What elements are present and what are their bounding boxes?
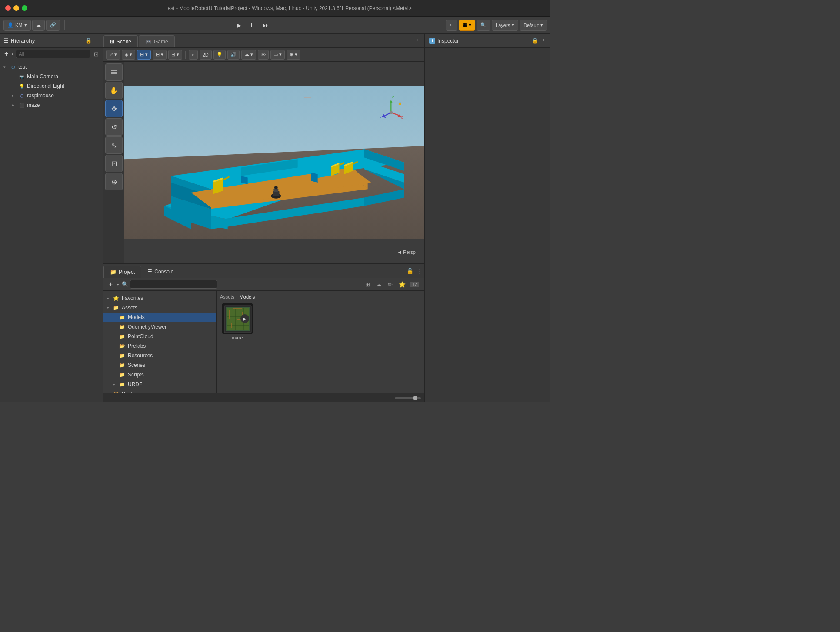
hierarchy-item-raspimouse[interactable]: ▸ ⬡ raspimouse	[0, 91, 103, 100]
account-button[interactable]: 👤 KM ▾	[3, 20, 31, 31]
scene-icon: ⬡	[10, 63, 17, 70]
asset-area: Assets › Models	[217, 291, 424, 393]
svg-point-41	[390, 111, 393, 114]
layout-icon: ▦	[463, 22, 467, 28]
hierarchy-filter-button[interactable]: ⊡	[92, 50, 100, 58]
hierarchy-item-directional-light[interactable]: 💡 Directional Light	[0, 81, 103, 91]
tree-item-resources[interactable]: 📁 Resources	[103, 351, 216, 360]
search-button[interactable]: 🔍	[477, 20, 490, 31]
tree-item-assets[interactable]: ▾ 📁 Assets	[103, 303, 216, 313]
step-button[interactable]: ⏭	[260, 20, 273, 30]
game-tab-label: Game	[154, 39, 168, 45]
rotate-icon: ↺	[111, 123, 117, 131]
inspector-more-icon[interactable]: ⋮	[541, 38, 546, 44]
scene-tool-snap[interactable]: ⊟ ▾	[153, 50, 167, 60]
cloud-icon: ☁	[36, 22, 41, 28]
project-icon-4[interactable]: ⭐	[397, 280, 407, 289]
svg-text:🔒: 🔒	[398, 101, 402, 105]
breadcrumb-root[interactable]: Assets	[220, 294, 234, 299]
scene-tool-hidden[interactable]: 👁	[258, 50, 269, 60]
tool-rotate[interactable]: ↺	[105, 118, 123, 136]
scene-tool-render[interactable]: ▭ ▾	[270, 50, 285, 60]
close-button[interactable]	[5, 5, 11, 11]
lock-icon[interactable]: 🔓	[85, 38, 92, 44]
scene-tool-2d[interactable]: 2D	[200, 50, 212, 60]
scene-tool-light[interactable]: 💡	[213, 50, 226, 60]
scene-tool-fx[interactable]: ☁ ▾	[241, 50, 256, 60]
expand-arrow-assets: ▾	[107, 306, 113, 310]
tool-move[interactable]: ✥	[105, 100, 123, 117]
tool-scale[interactable]: ⤡	[105, 136, 123, 154]
project-add-button[interactable]: +	[107, 280, 114, 288]
zoom-slider-track[interactable]	[395, 397, 421, 399]
tree-item-models[interactable]: 📁 Models	[103, 313, 216, 322]
scene-tool-move[interactable]: ⤢ ▾	[106, 50, 120, 60]
tool-rect[interactable]: ⊡	[105, 155, 123, 172]
undo-history-button[interactable]: ↩	[446, 20, 457, 31]
scene-tool-grid[interactable]: ⊞ ▾	[137, 50, 151, 60]
inspector-lock-icon[interactable]: 🔓	[532, 38, 538, 44]
tab-scene[interactable]: ⊞ Scene	[103, 35, 138, 47]
project-icon-3[interactable]: ✏	[386, 280, 394, 289]
cloud-button[interactable]: ☁	[32, 20, 45, 31]
layers-dropdown[interactable]: Layers ▾	[492, 20, 518, 31]
asset-item-maze[interactable]: ▶ maze	[220, 303, 255, 340]
tool-hamburger[interactable]	[105, 63, 123, 81]
scene-tool-3d[interactable]: ○	[189, 50, 198, 60]
hierarchy-add-button[interactable]: +	[3, 50, 10, 58]
tree-item-scenes[interactable]: 📁 Scenes	[103, 360, 216, 370]
tab-console[interactable]: ☰ Console	[141, 266, 180, 278]
tool-hand[interactable]: ✋	[105, 82, 123, 99]
scene-viewport[interactable]: x Y z 🔒 ◄ Persp	[124, 62, 424, 263]
object-icon: ⬡	[18, 92, 25, 99]
project-icon-2[interactable]: ☁	[374, 280, 383, 289]
default-dropdown[interactable]: Default ▾	[520, 20, 547, 31]
scene-tool-pivot[interactable]: ◈ ▾	[122, 50, 135, 60]
play-button[interactable]: ▶	[233, 20, 245, 30]
tree-item-urdf[interactable]: ▸ 📁 URDF	[103, 379, 216, 389]
collab-icon: 🔗	[50, 22, 56, 28]
zoom-slider-thumb[interactable]	[413, 396, 417, 400]
hierarchy-item-maze[interactable]: ▸ ⬛ maze	[0, 100, 103, 110]
layers-chevron-icon: ▾	[512, 22, 514, 28]
bottom-lock-button[interactable]: 🔓	[405, 267, 415, 275]
expand-arrow-maze: ▸	[12, 103, 18, 107]
console-tab-icon: ☰	[147, 269, 152, 275]
chevron-down-icon: ▾	[469, 22, 471, 28]
scene-tool-audio[interactable]: 🔊	[227, 50, 240, 60]
svg-text:z: z	[380, 116, 381, 120]
tree-item-packages[interactable]: ▸ 📁 Packages	[103, 389, 216, 393]
tree-item-odometry[interactable]: 📁 OdometryViewer	[103, 322, 216, 332]
bottom-more-button[interactable]: ⋮	[415, 267, 424, 275]
minimize-button[interactable]	[13, 5, 19, 11]
pause-button[interactable]: ⏸	[246, 20, 259, 30]
tool-transform[interactable]: ⊕	[105, 173, 123, 190]
window-controls[interactable]	[5, 5, 27, 11]
tab-game[interactable]: 🎮 Game	[139, 35, 175, 47]
hierarchy-item-main-camera[interactable]: 📷 Main Camera	[0, 72, 103, 81]
project-icon-1[interactable]: ⊞	[363, 280, 372, 289]
tree-item-pointcloud[interactable]: 📁 PointCloud	[103, 332, 216, 341]
pivot-icon: ◈	[125, 52, 128, 57]
default-label: Default	[523, 23, 539, 28]
project-search-input[interactable]	[130, 280, 217, 289]
more-icon[interactable]: ⋮	[94, 38, 100, 44]
tree-item-prefabs[interactable]: 📂 Prefabs	[103, 341, 216, 351]
hierarchy-search-input[interactable]	[16, 50, 90, 58]
collab-button[interactable]: 🔗	[46, 20, 60, 31]
hierarchy-item-test[interactable]: ▾ ⬡ test	[0, 62, 103, 72]
scene-tool-gizmo[interactable]: ⊕ ▾	[287, 50, 300, 60]
maximize-button[interactable]	[22, 5, 27, 11]
tab-project[interactable]: 📁 Project	[103, 266, 141, 278]
pause-icon: ⏸	[249, 22, 255, 29]
asset-play-button[interactable]: ▶	[240, 314, 249, 323]
scene-tool-ruler[interactable]: ⊞ ▾	[168, 50, 182, 60]
grid-icon: ⊞	[140, 52, 144, 57]
scene-more-button[interactable]: ⋮	[413, 37, 422, 45]
tree-item-scripts[interactable]: 📁 Scripts	[103, 370, 216, 379]
tree-item-favorites[interactable]: ▸ ⭐ Favorites	[103, 293, 216, 303]
hierarchy-panel: ☰ Hierarchy 🔓 ⋮ + ▸ ⊡ ▾ ⬡ test	[0, 34, 103, 402]
folder-icon-resources: 📁	[119, 353, 126, 359]
layout-button[interactable]: ▦ ▾	[459, 20, 475, 31]
breadcrumb: Assets › Models	[220, 294, 421, 299]
